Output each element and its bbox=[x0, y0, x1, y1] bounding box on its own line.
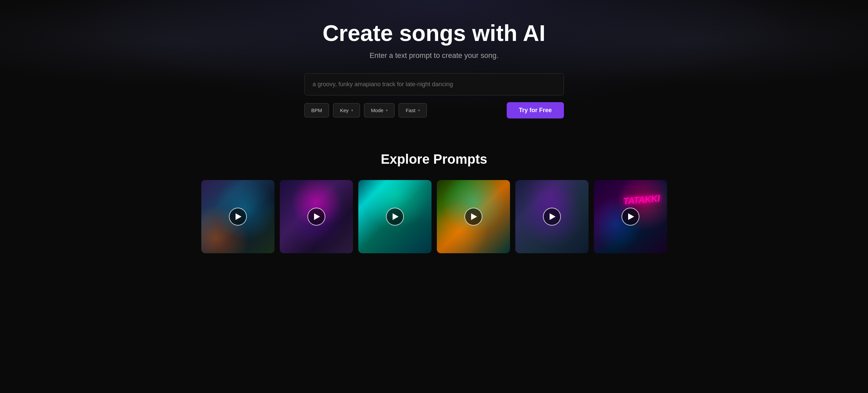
play-icon-6 bbox=[628, 213, 634, 220]
play-button-4[interactable] bbox=[464, 208, 483, 225]
prompt-input[interactable] bbox=[304, 73, 564, 95]
mode-dropdown[interactable]: Mode ▾ bbox=[364, 103, 395, 118]
key-dropdown[interactable]: Key ▾ bbox=[333, 103, 360, 118]
play-button-6[interactable] bbox=[621, 208, 640, 225]
speed-label: Fast bbox=[406, 108, 415, 113]
play-button-3[interactable] bbox=[386, 208, 404, 225]
prompt-container bbox=[304, 73, 564, 95]
controls-row: BPM Key ▾ Mode ▾ Fast ▾ Try for Free bbox=[304, 102, 564, 118]
hero-title: Create songs with AI bbox=[322, 20, 545, 46]
bpm-button[interactable]: BPM bbox=[304, 103, 329, 118]
prompt-card-4[interactable] bbox=[437, 180, 510, 253]
play-button-5[interactable] bbox=[543, 208, 561, 225]
key-dropdown-arrow: ▾ bbox=[351, 109, 353, 112]
mode-label: Mode bbox=[371, 108, 383, 113]
play-icon-1 bbox=[236, 213, 242, 220]
mode-dropdown-arrow: ▾ bbox=[386, 109, 388, 112]
key-label: Key bbox=[340, 108, 349, 113]
play-icon-4 bbox=[471, 213, 477, 220]
try-for-free-button[interactable]: Try for Free bbox=[507, 102, 564, 118]
bpm-label: BPM bbox=[311, 108, 322, 113]
prompt-card-5[interactable] bbox=[515, 180, 589, 253]
play-icon-3 bbox=[393, 213, 399, 220]
play-icon-5 bbox=[550, 213, 556, 220]
speed-dropdown[interactable]: Fast ▾ bbox=[399, 103, 427, 118]
play-icon-2 bbox=[314, 213, 320, 220]
prompt-card-6[interactable]: TATAKKI bbox=[594, 180, 667, 253]
explore-section: Explore Prompts bbox=[0, 132, 868, 267]
hero-section: Create songs with AI Enter a text prompt… bbox=[0, 0, 868, 132]
play-button-2[interactable] bbox=[307, 208, 326, 225]
play-button-1[interactable] bbox=[229, 208, 247, 225]
explore-title: Explore Prompts bbox=[13, 152, 855, 167]
speed-dropdown-arrow: ▾ bbox=[418, 109, 420, 112]
prompt-card-3[interactable] bbox=[358, 180, 432, 253]
hero-subtitle: Enter a text prompt to create your song. bbox=[370, 51, 499, 60]
prompt-card-1[interactable] bbox=[201, 180, 275, 253]
prompt-card-2[interactable] bbox=[280, 180, 353, 253]
prompts-grid: TATAKKI bbox=[13, 180, 855, 253]
